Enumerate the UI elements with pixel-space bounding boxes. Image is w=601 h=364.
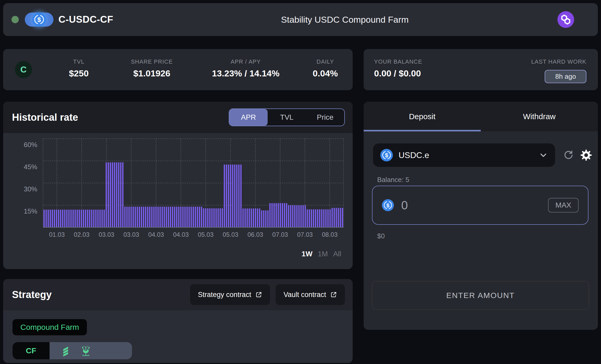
apr-bar-chart: 60%45%30%15%01.0302.0303.0303.0304.0304.…: [3, 133, 353, 240]
stat-value: $1.01926: [115, 68, 188, 78]
chart-period-switcher: 1W 1M All: [302, 250, 341, 258]
tab-tvl[interactable]: TVL: [268, 109, 306, 126]
asset-pill: $: [25, 13, 53, 27]
svg-text:04.03: 04.03: [148, 231, 164, 238]
stat-label: APR / APY: [196, 58, 295, 65]
stat-label: DAILY: [298, 58, 353, 65]
amount-input[interactable]: [401, 198, 548, 213]
chart-title: Historical rate: [12, 112, 78, 123]
svg-text:04.03: 04.03: [173, 231, 189, 238]
chart-header: Historical rate APR TVL Price: [3, 102, 353, 133]
svg-text:07.03: 07.03: [272, 231, 288, 238]
usdc-icon: $: [382, 199, 394, 211]
stat-label: SHARE PRICE: [115, 58, 188, 65]
compound-protocol-icon: [60, 345, 72, 357]
settings-button[interactable]: [580, 149, 592, 161]
your-balance-block: YOUR BALANCE 0.00 / $0.00: [374, 58, 422, 78]
period-1w[interactable]: 1W: [302, 250, 312, 258]
strategy-protocol-icons: [50, 342, 132, 359]
strategy-id-pill: CF: [13, 342, 132, 359]
user-stats-card: YOUR BALANCE 0.00 / $0.00 LAST HARD WORK…: [364, 49, 598, 90]
your-balance-value: 0.00 / $0.00: [374, 68, 422, 78]
deposit-withdraw-tabs: Deposit Withdraw: [364, 102, 598, 131]
svg-text:05.03: 05.03: [198, 231, 214, 238]
stat-apr-apy: APR / APY 13.23% / 14.14%: [196, 58, 295, 78]
strategy-header: Strategy Strategy contract Vault contrac…: [3, 279, 353, 310]
vault-avatar: C: [15, 61, 32, 78]
svg-text:03.03: 03.03: [123, 231, 139, 238]
svg-text:45%: 45%: [24, 163, 37, 171]
your-balance-label: YOUR BALANCE: [374, 58, 422, 65]
vault-header-bar: $ C-USDC-CF Stability USDC Compound Farm: [3, 3, 598, 36]
strategy-type-badge: Compound Farm: [13, 319, 87, 335]
stat-value: 0.04%: [298, 68, 353, 78]
external-link-icon: [255, 291, 262, 298]
stat-share-price: SHARE PRICE $1.01926: [115, 58, 188, 78]
refresh-icon: [563, 150, 574, 161]
polygon-network-icon[interactable]: [557, 11, 574, 28]
token-select[interactable]: $ USDC.e: [373, 143, 555, 167]
svg-text:07.03: 07.03: [297, 231, 313, 238]
token-row: $ USDC.e: [373, 143, 592, 167]
stat-daily: DAILY 0.04%: [298, 58, 353, 78]
svg-text:03.03: 03.03: [99, 231, 114, 238]
page-title: Stability USDC Compound Farm: [92, 3, 598, 36]
svg-text:02.03: 02.03: [74, 231, 89, 238]
svg-text:$: $: [386, 202, 389, 208]
svg-text:$: $: [385, 152, 388, 159]
external-link-icon: [330, 291, 337, 298]
chevron-down-icon: [539, 151, 548, 160]
active-tab-underline: [364, 130, 481, 131]
contract-buttons: Strategy contract Vault contract: [190, 284, 345, 305]
period-1m[interactable]: 1M: [318, 250, 328, 258]
strategy-card: Strategy Strategy contract Vault contrac…: [3, 279, 353, 363]
svg-text:08.03: 08.03: [322, 231, 338, 238]
svg-text:06.03: 06.03: [248, 231, 263, 238]
strategy-short-name: CF: [13, 342, 50, 359]
deposit-panel: Deposit Withdraw $ USDC.e: [364, 102, 598, 330]
last-hard-work-block: LAST HARD WORK 8h ago: [531, 58, 586, 83]
historical-rate-card: Historical rate APR TVL Price 60%45%30%1…: [3, 102, 353, 269]
svg-text:$: $: [37, 16, 41, 23]
max-button[interactable]: MAX: [548, 198, 579, 213]
stat-value: $250: [47, 68, 110, 78]
usdc-icon: $: [380, 149, 393, 161]
usdc-icon: $: [32, 13, 46, 27]
token-balance-label: Balance: 5: [377, 176, 409, 184]
vault-contract-label: Vault contract: [284, 291, 326, 299]
vault-stats-card: C TVL $250 SHARE PRICE $1.01926 APR / AP…: [3, 49, 353, 90]
usd-equivalent: $0: [377, 232, 385, 240]
token-name: USDC.e: [399, 150, 429, 160]
tab-price[interactable]: Price: [306, 109, 344, 126]
stat-tvl: TVL $250: [47, 58, 110, 78]
strategy-title: Strategy: [12, 289, 52, 300]
svg-text:30%: 30%: [24, 185, 37, 193]
amount-input-box: $ MAX: [372, 186, 588, 225]
tab-deposit[interactable]: Deposit: [364, 102, 481, 131]
svg-text:05.03: 05.03: [223, 231, 238, 238]
strategy-contract-button[interactable]: Strategy contract: [190, 284, 270, 305]
last-hard-work-label: LAST HARD WORK: [531, 58, 586, 65]
stat-value: 13.23% / 14.14%: [196, 68, 295, 78]
farm-plant-icon: [80, 345, 92, 357]
strategy-contract-label: Strategy contract: [198, 291, 251, 299]
tab-apr[interactable]: APR: [229, 109, 268, 126]
tab-withdraw[interactable]: Withdraw: [481, 102, 598, 131]
period-all[interactable]: All: [333, 250, 341, 258]
svg-text:60%: 60%: [24, 141, 37, 149]
gear-icon: [580, 149, 592, 161]
enter-amount-button[interactable]: ENTER AMOUNT: [372, 281, 589, 310]
status-dot: [11, 16, 19, 23]
svg-text:15%: 15%: [24, 207, 37, 215]
last-hard-work-badge[interactable]: 8h ago: [545, 70, 586, 83]
stat-label: TVL: [47, 58, 110, 65]
refresh-button[interactable]: [563, 150, 574, 161]
vault-contract-button[interactable]: Vault contract: [276, 284, 345, 305]
chart-metric-switcher: APR TVL Price: [229, 108, 345, 126]
svg-text:01.03: 01.03: [49, 231, 65, 238]
